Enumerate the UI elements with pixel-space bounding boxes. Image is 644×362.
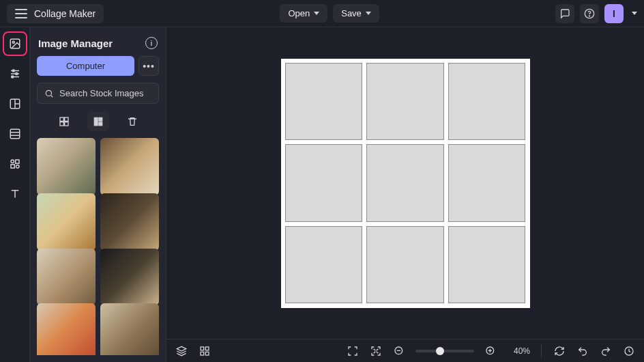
- rail-layout[interactable]: [5, 94, 25, 113]
- collage-cell[interactable]: [366, 144, 444, 222]
- zoom-out-icon: [394, 346, 405, 357]
- sliders-icon: [9, 68, 21, 80]
- user-avatar[interactable]: I: [604, 4, 624, 23]
- rail-background[interactable]: [5, 124, 25, 143]
- panel-info-button[interactable]: i: [145, 37, 158, 49]
- zoom-slider-knob[interactable]: [436, 347, 444, 355]
- collage-cell[interactable]: [285, 226, 363, 304]
- svg-rect-28: [98, 122, 102, 126]
- svg-line-21: [51, 95, 53, 97]
- thumbnail[interactable]: [37, 303, 96, 355]
- fullscreen-button[interactable]: [346, 344, 360, 358]
- help-icon: [584, 8, 595, 19]
- thumbnail[interactable]: [100, 249, 159, 306]
- redo-button[interactable]: [599, 344, 613, 358]
- search-stock-label: Search Stock Images: [59, 88, 144, 98]
- delete-button[interactable]: [121, 112, 143, 131]
- svg-rect-29: [201, 347, 204, 350]
- info-icon: i: [151, 39, 152, 47]
- collage-cell[interactable]: [448, 63, 526, 141]
- svg-point-1: [589, 15, 589, 16]
- collage-grid[interactable]: [281, 59, 530, 308]
- topbar: Collage Maker Open Save I: [0, 0, 644, 27]
- save-button-label: Save: [341, 8, 362, 18]
- rail-adjust[interactable]: [5, 64, 25, 83]
- refresh-icon: [554, 346, 565, 357]
- svg-rect-31: [201, 352, 204, 355]
- grid-toggle-button[interactable]: [198, 344, 211, 358]
- reset-button[interactable]: [553, 344, 566, 358]
- search-icon: [44, 89, 54, 98]
- canvas-wrap: 40%: [166, 27, 644, 362]
- zoom-out-button[interactable]: [392, 344, 406, 358]
- svg-rect-26: [94, 117, 98, 126]
- rail-image-manager[interactable]: [5, 34, 25, 53]
- collage-cell[interactable]: [285, 63, 363, 141]
- layers-button[interactable]: [175, 344, 188, 358]
- svg-rect-30: [205, 347, 209, 350]
- chevron-down-icon[interactable]: [632, 12, 637, 15]
- zoom-in-icon: [485, 346, 496, 357]
- collage-cell[interactable]: [285, 144, 363, 222]
- svg-rect-13: [10, 129, 20, 139]
- fit-screen-button[interactable]: [369, 344, 383, 358]
- search-stock-button[interactable]: Search Stock Images: [37, 83, 159, 104]
- undo-button[interactable]: [576, 344, 589, 358]
- chevron-down-icon: [366, 12, 371, 15]
- thumbnail[interactable]: [37, 138, 96, 195]
- collage-cell[interactable]: [366, 63, 444, 141]
- view-grid-small[interactable]: [53, 112, 75, 131]
- app-title: Collage Maker: [34, 8, 96, 19]
- rail-elements[interactable]: [5, 154, 25, 173]
- svg-rect-25: [64, 122, 68, 126]
- thumbnail[interactable]: [100, 193, 159, 251]
- svg-point-3: [12, 41, 14, 43]
- svg-rect-27: [98, 117, 102, 121]
- save-button[interactable]: Save: [333, 4, 379, 23]
- trash-icon: [127, 116, 138, 127]
- panel-header: Image Manager i: [37, 37, 159, 49]
- thumbnail[interactable]: [37, 249, 96, 306]
- image-manager-panel: Image Manager i Computer ••• Search Stoc…: [30, 27, 166, 362]
- open-button[interactable]: Open: [280, 4, 327, 23]
- thumbnail[interactable]: [37, 193, 96, 251]
- view-grid-large[interactable]: [87, 112, 109, 131]
- help-button[interactable]: [580, 4, 599, 23]
- hamburger-menu-icon[interactable]: [15, 9, 27, 18]
- svg-rect-24: [60, 122, 63, 126]
- grid-large-icon: [93, 116, 104, 127]
- history-button[interactable]: [622, 344, 636, 358]
- fullscreen-icon: [347, 346, 358, 357]
- view-row: [37, 111, 159, 131]
- redo-icon: [600, 346, 611, 357]
- image-icon: [9, 38, 21, 50]
- bottombar: 40%: [166, 339, 644, 362]
- undo-icon: [577, 346, 588, 357]
- collage-cell[interactable]: [448, 226, 526, 304]
- shapes-icon: [9, 158, 21, 170]
- upload-computer-button[interactable]: Computer: [37, 56, 134, 76]
- svg-rect-23: [64, 117, 68, 121]
- source-row: Computer •••: [37, 56, 159, 76]
- collage-cell[interactable]: [366, 226, 444, 304]
- zoom-in-button[interactable]: [484, 344, 497, 358]
- zoom-slider[interactable]: [415, 350, 474, 352]
- text-icon: [9, 188, 21, 200]
- canvas-area[interactable]: [166, 27, 644, 339]
- more-sources-button[interactable]: •••: [138, 56, 159, 76]
- chevron-down-icon: [314, 12, 319, 15]
- feedback-button[interactable]: [555, 4, 574, 23]
- divider: [541, 344, 542, 358]
- svg-point-20: [46, 90, 51, 96]
- pattern-icon: [9, 128, 21, 140]
- svg-rect-19: [11, 165, 14, 168]
- main-area: Image Manager i Computer ••• Search Stoc…: [0, 27, 644, 362]
- svg-rect-22: [60, 117, 63, 121]
- thumbnail[interactable]: [100, 303, 159, 355]
- app-title-group: Collage Maker: [7, 4, 104, 23]
- thumbnail[interactable]: [100, 138, 159, 195]
- svg-point-18: [16, 165, 19, 169]
- collage-cell[interactable]: [448, 144, 526, 222]
- grid-small-icon: [59, 116, 70, 127]
- rail-text[interactable]: [5, 184, 25, 204]
